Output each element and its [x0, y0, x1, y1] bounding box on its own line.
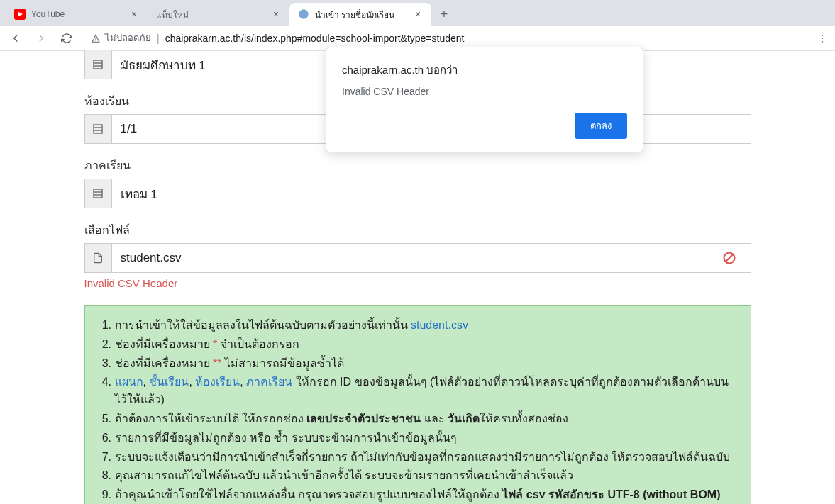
- dialog-message: Invalid CSV Header: [342, 86, 627, 97]
- file-field-group: เลือกไฟล์ student.csv Invalid CSV Header: [84, 221, 751, 289]
- instructions-box: การนำเข้าให้ใส่ข้อมูลลงในไฟล์ต้นฉบับตามต…: [84, 305, 751, 504]
- dialog-title: chaiprakarn.ac.th บอกว่า: [342, 62, 627, 79]
- new-tab-button[interactable]: +: [434, 4, 454, 24]
- youtube-icon: [14, 9, 26, 20]
- lookup-link[interactable]: ภาคเรียน: [246, 376, 292, 388]
- term-value: เทอม 1: [112, 179, 751, 208]
- browser-menu-button[interactable]: ⋮: [815, 33, 829, 44]
- svg-point-1: [299, 9, 308, 18]
- list-icon: [85, 179, 112, 208]
- forward-button[interactable]: [31, 28, 51, 48]
- tab-newtab[interactable]: แท็บใหม่ ×: [148, 3, 289, 26]
- file-value: student.csv: [112, 244, 722, 272]
- dialog-ok-button[interactable]: ตกลง: [575, 113, 627, 139]
- list-icon: [85, 50, 112, 79]
- alert-dialog: chaiprakarn.ac.th บอกว่า Invalid CSV Hea…: [326, 47, 643, 152]
- tab-import-students[interactable]: นำเข้า รายชื่อนักเรียน ×: [289, 3, 431, 26]
- svg-rect-2: [94, 60, 102, 69]
- instruction-item: ถ้าคุณนำเข้าโดยใช้ไฟล์จากแหล่งอื่น กรุณา…: [115, 486, 739, 504]
- tab-youtube[interactable]: YouTube ×: [6, 3, 148, 26]
- term-label: ภาคเรียน: [84, 157, 751, 174]
- error-message: Invalid CSV Header: [84, 277, 751, 289]
- tab-title: YouTube: [31, 9, 125, 19]
- instruction-item: ช่องที่มีเครื่องหมาย * จำเป็นต้องกรอก: [115, 336, 739, 354]
- url-input[interactable]: ไม่ปลอดภัย | chaiprakarn.ac.th/is/index.…: [82, 28, 809, 48]
- reload-button[interactable]: [57, 28, 77, 48]
- instruction-item: คุณสามารถแก้ไขไฟล์ต้นฉบับ แล้วนำเข้าอีกค…: [115, 467, 739, 485]
- close-icon[interactable]: ×: [129, 9, 139, 19]
- instruction-item: ช่องที่มีเครื่องหมาย ** ไม่สามารถมีข้อมู…: [115, 355, 739, 373]
- not-secure-warning: ไม่ปลอดภัย: [91, 30, 151, 45]
- term-field-group: ภาคเรียน เทอม 1: [84, 157, 751, 208]
- lookup-link[interactable]: ห้องเรียน: [195, 376, 240, 388]
- file-label: เลือกไฟล์: [84, 221, 751, 239]
- instruction-item: แผนก, ชั้นเรียน, ห้องเรียน, ภาคเรียน ให้…: [115, 374, 739, 409]
- tab-title: นำเข้า รายชื่อนักเรียน: [315, 8, 409, 21]
- lookup-link[interactable]: ชั้นเรียน: [149, 376, 189, 388]
- close-icon[interactable]: ×: [271, 9, 281, 19]
- list-icon: [85, 115, 112, 143]
- tab-title: แท็บใหม่: [156, 8, 267, 21]
- file-icon: [85, 244, 112, 272]
- url-text: chaiprakarn.ac.th/is/index.php#module=sc…: [165, 33, 465, 44]
- security-text: ไม่ปลอดภัย: [105, 30, 151, 45]
- back-button[interactable]: [6, 28, 26, 48]
- file-input[interactable]: student.csv: [84, 243, 751, 273]
- sample-file-link[interactable]: student.csv: [411, 319, 468, 331]
- svg-rect-5: [94, 125, 102, 133]
- instruction-item: รายการที่มีข้อมูลไม่ถูกต้อง หรือ ซ้ำ ระบ…: [115, 430, 739, 447]
- term-select[interactable]: เทอม 1: [84, 179, 751, 208]
- elephant-icon: [298, 9, 309, 20]
- instruction-item: ระบบจะแจ้งเตือนว่ามีการนำเข้าสำเร็จกี่รา…: [115, 449, 739, 466]
- lookup-link[interactable]: แผนก: [115, 376, 143, 388]
- instruction-item: ถ้าต้องการให้เข้าระบบได้ ให้กรอกช่อง เลข…: [115, 410, 739, 428]
- instruction-item: การนำเข้าให้ใส่ข้อมูลลงในไฟล์ต้นฉบับตามต…: [115, 317, 739, 335]
- close-icon[interactable]: ×: [413, 9, 423, 19]
- blocked-icon: [722, 251, 736, 265]
- browser-tab-strip: YouTube × แท็บใหม่ × นำเข้า รายชื่อนักเร…: [0, 0, 835, 26]
- svg-rect-8: [94, 189, 102, 198]
- svg-line-12: [726, 254, 733, 262]
